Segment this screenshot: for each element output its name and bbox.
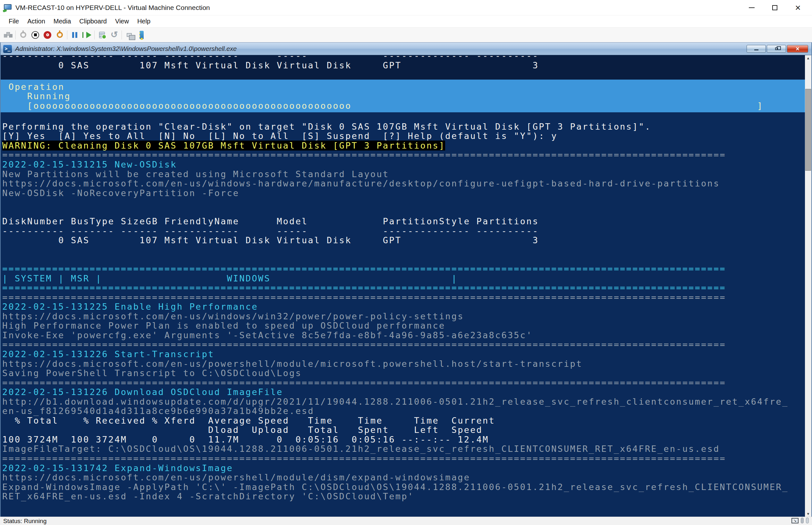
console-line: WARNING: Cleaning Disk 0 SAS 107GB Msft … <box>2 141 805 150</box>
menu-item-help[interactable]: Help <box>133 16 155 27</box>
ps-minimize-button[interactable] <box>747 45 766 52</box>
turn-off-button[interactable] <box>29 30 41 41</box>
console-line: New Partitions will be created using Mic… <box>2 169 805 179</box>
console-line <box>2 207 805 217</box>
scrollbar-thumb[interactable] <box>805 89 811 171</box>
display-status-icon: ↘ <box>792 518 798 523</box>
toolbar-separator <box>122 30 122 40</box>
console-line: 0 SAS 107 Msft Virtual Disk Virtual Disk… <box>1 61 805 70</box>
ps-restore-icon <box>775 47 778 50</box>
console-line: High Performance Power Plan is enabled t… <box>2 321 805 331</box>
status-bar: Status: Running ↘ <box>0 517 812 525</box>
console-line: Invoke-Exe 'powercfg.exe' Arguments '-Se… <box>2 331 805 340</box>
revert-button[interactable]: ↺ <box>108 30 120 41</box>
ps-minimize-icon <box>754 49 759 50</box>
console-line: ========================================… <box>2 283 805 292</box>
menu-bar: FileActionMediaClipboardViewHelp <box>0 15 812 28</box>
usb-status-icon <box>806 518 809 523</box>
console-line: RET_x64FRE_en-us.esd -Index 4 -ScratchDi… <box>2 492 805 501</box>
ps-restore-button[interactable] <box>767 45 786 52</box>
powershell-window: >_ Administrator: X:\windows\System32\Wi… <box>0 42 812 517</box>
menu-item-clipboard[interactable]: Clipboard <box>75 16 111 27</box>
menu-item-media[interactable]: Media <box>49 16 75 27</box>
console-line: 2022-02-15-131226 Start-Transcript <box>2 349 805 359</box>
console-output: ---------- ------- ------ ------------ -… <box>1 55 805 517</box>
shut-down-button[interactable] <box>41 30 53 41</box>
powershell-window-title: Administrator: X:\windows\System32\Windo… <box>15 45 237 52</box>
console-line: ========================================… <box>2 150 805 160</box>
toolbar-separator <box>94 30 95 40</box>
console-line: ========================================… <box>2 378 805 388</box>
console-line: https://docs.microsoft.com/en-us/powersh… <box>2 473 805 482</box>
console-line <box>2 198 805 207</box>
start-button[interactable] <box>17 30 29 41</box>
pause-button[interactable] <box>68 30 81 41</box>
console-area: ---------- ------- ------ ------------ -… <box>1 55 811 517</box>
ps-close-icon: × <box>796 46 799 52</box>
console-line: https://docs.microsoft.com/en-us/powersh… <box>2 359 805 369</box>
console-line: ---------- ------- ------ ------------ -… <box>2 226 805 236</box>
hyper-v-app-icon <box>4 4 12 11</box>
enhanced-session-button[interactable] <box>123 30 135 41</box>
console-line: ========================================… <box>2 454 805 463</box>
menu-item-view[interactable]: View <box>111 16 133 27</box>
maximize-icon <box>772 5 777 10</box>
progress-bar: Operation Running [ooooooooooooooooooooo… <box>1 79 805 112</box>
console-line: 0 SAS 107 Msft Virtual Disk Virtual Disk… <box>2 236 805 245</box>
console-line: Saving PowerShell Transcript to C:\OSDCl… <box>2 369 805 378</box>
console-line: 2022-02-15-131225 Enable High Performanc… <box>2 302 805 312</box>
powershell-titlebar: >_ Administrator: X:\windows\System32\Wi… <box>1 42 811 55</box>
console-line <box>2 245 805 255</box>
save-button[interactable] <box>53 30 66 41</box>
console-line: en-us_f81269540d1a4d311a8ce9b6e990a37a1b… <box>2 406 805 416</box>
console-line: New-OSDisk -NoRecoveryPartition -Force <box>2 189 805 198</box>
resume-button[interactable] <box>81 30 93 41</box>
menu-item-file[interactable]: File <box>4 16 23 27</box>
ps-close-button[interactable]: × <box>787 45 808 52</box>
console-line <box>1 70 805 79</box>
console-line: 2022-02-15-131226 Download OSDCloud Imag… <box>2 387 805 397</box>
console-line: ========================================… <box>2 264 805 274</box>
console-line: 2022-02-15-131215 New-OSDisk <box>2 160 805 169</box>
console-line <box>2 254 805 264</box>
console-line: https://docs.microsoft.com/en-us/windows… <box>2 312 805 321</box>
maximize-button[interactable] <box>763 0 786 15</box>
ctrl-alt-del-button[interactable] <box>2 30 14 41</box>
share-button[interactable] <box>135 30 147 41</box>
console-line <box>2 112 805 122</box>
console-scrollbar[interactable]: ▲ ▼ <box>805 55 811 517</box>
console-line: [Y] Yes [A] Yes to All [N] No [L] No to … <box>2 131 805 141</box>
console-line: Performing the operation "Clear-Disk" on… <box>2 122 805 132</box>
vm-connection-titlebar: VM-RECAST-10 on HYPERV-DELL - Virtual Ma… <box>0 0 812 15</box>
console-line: | SYSTEM | MSR | WINDOWS | <box>2 274 805 283</box>
progress-line: Running <box>2 91 805 101</box>
console-line: Expand-WindowsImage -ApplyPath 'C:\' -Im… <box>2 482 805 492</box>
toolbar: ↺ <box>0 28 812 42</box>
console-line: https://docs.microsoft.com/en-us/windows… <box>2 179 805 189</box>
window-title: VM-RECAST-10 on HYPERV-DELL - Virtual Ma… <box>15 4 210 12</box>
progress-line: Operation <box>2 82 805 92</box>
console-line: ImageFileTarget: C:\OSDCloud\OS\19044.12… <box>2 444 805 454</box>
powershell-icon: >_ <box>3 45 12 53</box>
console-line: http://b1.download.windowsupdate.com/d/u… <box>2 397 805 407</box>
close-icon: × <box>795 3 801 13</box>
console-line: 2022-02-15-131742 Expand-WindowsImage <box>2 463 805 473</box>
console-line: ---------- ------- ------ ------------ -… <box>1 55 805 61</box>
checkpoint-button[interactable] <box>96 30 108 41</box>
console-line: ========================================… <box>2 292 805 302</box>
minimize-button[interactable] <box>740 0 763 15</box>
console-line: 100 3724M 100 3724M 0 0 11.7M 0 0:05:16 … <box>2 435 805 445</box>
toolbar-separator <box>15 30 16 40</box>
scroll-down-button[interactable]: ▼ <box>805 511 811 517</box>
console-line: % Total % Received % Xferd Average Speed… <box>2 416 805 425</box>
progress-line: [ooooooooooooooooooooooooooooooooooooooo… <box>2 101 805 111</box>
scroll-up-button[interactable]: ▲ <box>805 55 811 61</box>
minimize-icon <box>749 7 754 8</box>
status-text: Status: Running <box>3 518 47 525</box>
close-button[interactable]: × <box>786 0 809 15</box>
console-line: ========================================… <box>2 340 805 349</box>
toolbar-separator <box>67 30 67 40</box>
console-line: Dload Upload Total Spent Left Speed <box>2 425 805 435</box>
menu-item-action[interactable]: Action <box>23 16 49 27</box>
device-status-icon <box>801 518 804 523</box>
